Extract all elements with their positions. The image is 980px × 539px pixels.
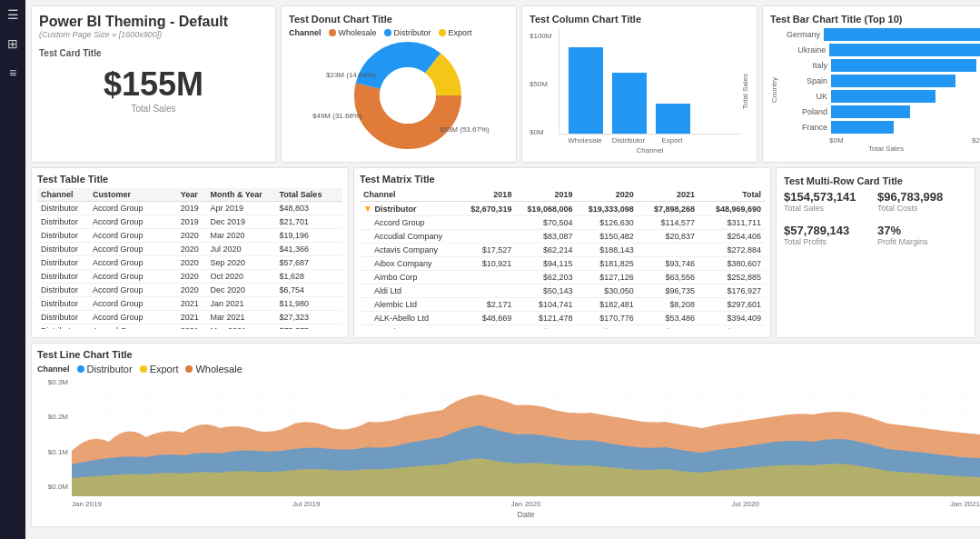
table-header-row: Channel Customer Year Month & Year Total… (37, 188, 342, 202)
bar-chart-card: Test Bar Chart Title (Top 10) Country Ge… (762, 5, 980, 163)
bar-chart-body: Country Germany Ukraine Italy (770, 28, 980, 153)
multi-value-total-sales: $154,573,141 (784, 190, 874, 204)
x-jan2020: Jan 2020 (511, 500, 541, 508)
line-x-axis-title: Date (72, 510, 980, 519)
legend-export: Export (140, 364, 179, 374)
y-label-50m: $50M (530, 80, 557, 88)
table-row: DistributorAccord Group2021May 2021$75,2… (37, 324, 342, 330)
line-chart-card: Test Line Chart Title Channel Distributo… (31, 343, 980, 527)
donut-legend-export: Export (439, 28, 472, 37)
legend-dot-distributor (77, 365, 84, 373)
bar-row-france: France (782, 121, 980, 134)
donut-chart-title: Test Donut Chart Title (289, 14, 509, 25)
bar-label-uk: UK (782, 92, 827, 101)
legend-distributor: Distributor (77, 364, 133, 374)
bar-row-germany: Germany (782, 28, 980, 41)
bar-x-axis-title: Total Sales (782, 145, 980, 153)
donut-legend-distributor: Distributor (384, 28, 431, 37)
matrix-row: ALK-Abello Ltd$48,669$121,478$170,776$53… (360, 312, 765, 325)
mth-2019: 2019 (515, 188, 576, 202)
donut-area: $23M (14.64%) $83M (53.67%) $49M (31.68%… (289, 41, 509, 150)
multi-item-total-costs: $96,783,998 Total Costs (877, 190, 967, 213)
bar-uk (831, 90, 935, 103)
mth-2018: 2018 (460, 188, 515, 202)
main-content: Power BI Theming - Default (Custom Page … (25, 0, 980, 539)
table-scroll[interactable]: Channel Customer Year Month & Year Total… (37, 188, 342, 329)
svg-point-3 (380, 67, 436, 124)
column-chart-body: $100M $50M $0M Wholesale Distributor (530, 28, 749, 155)
donut-legend: Channel Wholesale Distributor Export (289, 28, 509, 37)
matrix-card: Test Matrix Title Channel 2018 2019 2020… (353, 167, 771, 337)
th-customer: Customer (89, 188, 177, 202)
multi-label-total-costs: Total Costs (877, 204, 967, 213)
table-row: DistributorAccord Group2020Jul 2020$41,3… (37, 243, 342, 256)
donut-chart-card: Test Donut Chart Title Channel Wholesale… (281, 5, 517, 163)
line-chart-svg-container: Jan 2019 Jul 2019 Jan 2020 Jul 2020 Jan … (72, 378, 980, 519)
x-label-distributor: Distributor (611, 136, 646, 145)
data-table: Channel Customer Year Month & Year Total… (37, 188, 342, 329)
bar-germany (824, 28, 980, 41)
dashboard-title: Power BI Theming - Default (39, 14, 268, 30)
bar-x-labels: $0M $20M (782, 136, 980, 145)
multi-item-total-sales: $154,573,141 Total Sales (784, 190, 874, 213)
line-y-labels: $0.3M $0.2M $0.1M $0.0M (37, 378, 68, 519)
column-chart-area: Wholesale Distributor Export Channel (559, 28, 741, 155)
matrix-row: Accord Group$70,504$126,630$114,577$311,… (360, 216, 765, 230)
y-00: $0.0M (37, 483, 68, 491)
matrix-header: Channel 2018 2019 2020 2021 Total (360, 188, 765, 202)
table-row: DistributorAccord Group2019Dec 2019$21,7… (37, 215, 342, 229)
matrix-scroll[interactable]: Channel 2018 2019 2020 2021 Total ▼ Dist… (360, 188, 765, 329)
matrix-table: Channel 2018 2019 2020 2021 Total ▼ Dist… (360, 188, 765, 329)
sidebar-icon-menu[interactable]: ☰ (7, 7, 19, 22)
matrix-row: Alembic Ltd$2,171$104,741$182,481$8,208$… (360, 298, 765, 312)
bar-label-ukraine: Ukraine (782, 45, 826, 55)
th-month-year: Month & Year (206, 188, 275, 202)
line-x-labels: Jan 2019 Jul 2019 Jan 2020 Jul 2020 Jan … (72, 498, 980, 510)
donut-svg: $23M (14.64%) $83M (53.67%) $49M (31.68%… (308, 41, 490, 150)
y-axis-title: Total Sales (741, 74, 749, 109)
multi-item-total-profits: $57,789,143 Total Profits (784, 224, 874, 246)
title-card: Power BI Theming - Default (Custom Page … (31, 5, 276, 163)
multirow-grid: $154,573,141 Total Sales $96,783,998 Tot… (784, 190, 967, 246)
table-card: Test Table Title Channel Customer Year M… (31, 167, 349, 337)
x-jul2019: Jul 2019 (292, 500, 320, 508)
legend-wholesale: Wholesale (185, 364, 242, 374)
sidebar-icon-list[interactable]: ≡ (9, 65, 16, 80)
bar-italy (831, 59, 976, 72)
line-chart-header: Channel Distributor Export Wholesale (37, 364, 980, 374)
donut-legend-wholesale: Wholesale (329, 28, 377, 37)
bar-france (831, 121, 894, 134)
bar-label-italy: Italy (782, 61, 827, 70)
svg-text:$49M (31.68%): $49M (31.68%) (312, 112, 362, 120)
y-axis-labels: $100M $50M $0M (530, 28, 559, 155)
sidebar-icon-grid[interactable]: ⊞ (7, 36, 18, 51)
matrix-row: Accudial Company$83,087$150,482$20,837$2… (360, 230, 765, 244)
multi-label-total-sales: Total Sales (784, 204, 874, 213)
y-label-0m: $0M (530, 128, 557, 136)
x-jan2019: Jan 2019 (72, 500, 102, 508)
col-bar-export (656, 104, 690, 135)
y-03: $0.3M (37, 378, 68, 386)
multirow-title: Test Multi-Row Card Title (784, 175, 967, 186)
table-row: DistributorAccord Group2020Sep 2020$57,6… (37, 256, 342, 270)
donut-legend-label: Channel (289, 28, 322, 37)
bar-label-france: France (782, 123, 827, 132)
table-row: DistributorAccord Group2019Apr 2019$48,8… (37, 202, 342, 215)
matrix-row: Aldi Ltd$50,143$30,050$96,735$176,927 (360, 284, 765, 298)
matrix-title: Test Matrix Title (360, 174, 765, 185)
wholesale-dot (329, 29, 336, 36)
bar-poland (831, 105, 910, 118)
multi-value-total-profits: $57,789,143 (784, 224, 874, 237)
line-chart-body: $0.3M $0.2M $0.1M $0.0M (37, 378, 980, 519)
y-label-100m: $100M (530, 32, 557, 40)
multi-value-profit-margin: 37% (877, 224, 967, 237)
x-label-export: Export (655, 136, 689, 145)
table-row: DistributorAccord Group2021Jan 2021$11,9… (37, 297, 342, 311)
bar-row-spain: Spain (782, 75, 980, 87)
bar-row-poland: Poland (782, 105, 980, 118)
th-total-sales: Total Sales (276, 188, 342, 202)
multi-item-profit-margin: 37% Profit Margins (877, 224, 967, 246)
distributor-label: Distributor (394, 28, 431, 37)
bar-chart-title: Test Bar Chart Title (Top 10) (770, 14, 980, 25)
legend-label-wholesale: Wholesale (195, 364, 242, 374)
